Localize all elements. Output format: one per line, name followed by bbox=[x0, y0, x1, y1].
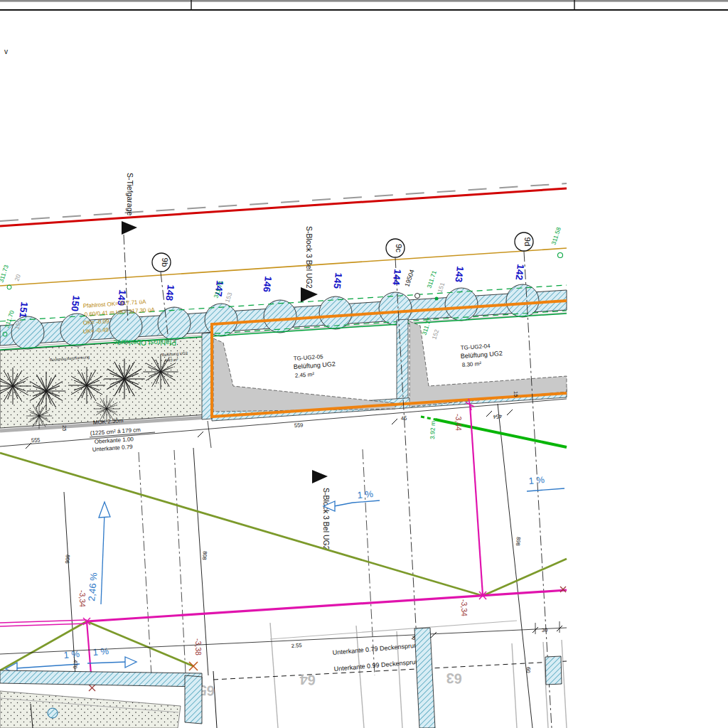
shaft1-name: Belüftung UG2 bbox=[293, 360, 336, 370]
magenta-drop-right bbox=[470, 405, 483, 595]
mok-line4: Unterkante 0.79 bbox=[92, 444, 134, 453]
wall-column-63 bbox=[414, 628, 435, 728]
point-number: 153 bbox=[223, 291, 233, 304]
section-label-block-top: S-Block 3 Bel UG2 bbox=[305, 226, 314, 289]
axis-bubble-9d-label: 9d bbox=[523, 237, 532, 247]
axis-bubble-9b-label: 9b bbox=[161, 258, 169, 267]
tree-number: 150 bbox=[69, 295, 82, 312]
left-wall bbox=[202, 333, 212, 419]
measure-line-806 bbox=[64, 492, 75, 675]
basement: 2.55 35 30 60 470 35 Unterkante 0.79 Dec… bbox=[0, 621, 567, 728]
dim-label-559: 559 bbox=[294, 422, 304, 429]
tree-circle bbox=[319, 296, 352, 329]
low-point-cross bbox=[89, 685, 95, 691]
red-boundary-line bbox=[0, 188, 567, 226]
dim-tick bbox=[26, 443, 31, 449]
basement-floor-stipple bbox=[0, 691, 181, 728]
elevation-label: 311.71 bbox=[425, 269, 437, 289]
slope-arrowhead-right bbox=[125, 657, 136, 668]
dim-label-255: 2.55 bbox=[291, 642, 302, 649]
gray-slab-line bbox=[270, 621, 517, 639]
level-label: -3,34 bbox=[460, 599, 469, 616]
dim-tick bbox=[507, 410, 513, 415]
tree-circle bbox=[264, 300, 296, 333]
magenta-main-line bbox=[87, 590, 567, 621]
olive-end-marker bbox=[189, 662, 198, 670]
basement-wall-vertical bbox=[185, 675, 202, 724]
tree-number: 146 bbox=[261, 276, 274, 294]
level-label: -3,38 bbox=[194, 638, 203, 655]
slope-label-bl-right: 1 % bbox=[92, 646, 109, 658]
tree-number: 145 bbox=[331, 272, 344, 290]
slope-shaft-left bbox=[16, 664, 80, 668]
dim-tick bbox=[392, 419, 397, 424]
slope-shaft-right bbox=[87, 662, 127, 663]
dim-label-30: 30 bbox=[542, 626, 548, 633]
axis-line-b bbox=[174, 450, 186, 673]
site-boundary bbox=[0, 183, 567, 286]
basement-wall-horizontal bbox=[0, 670, 202, 687]
orange-parcel-line bbox=[0, 248, 567, 286]
olive-line-b bbox=[87, 621, 193, 666]
tree-number: 148 bbox=[164, 284, 176, 302]
site-plan-drawing: v Bodendeckerpflanzung Belüftung UG2 4.4… bbox=[0, 0, 728, 728]
gray-grid-line bbox=[562, 640, 567, 728]
tree-circle bbox=[506, 284, 539, 317]
pfahlrost-oberkante-label: Pfahlrost Oberkante bbox=[113, 338, 176, 346]
chain-line-bottom bbox=[0, 628, 567, 654]
middle-wall bbox=[397, 319, 408, 407]
dim-label-806: 806 bbox=[64, 555, 71, 564]
point-number: 20 bbox=[13, 273, 22, 282]
level-label: -3,44 bbox=[454, 414, 463, 431]
shaft2-id: TG-UG2-04 bbox=[461, 343, 491, 351]
tree-circle bbox=[205, 304, 237, 336]
point-number: 152 bbox=[430, 328, 440, 341]
point-number: 151 bbox=[436, 282, 446, 294]
slope-underline bbox=[527, 488, 564, 491]
top-ruler: v bbox=[0, 0, 728, 55]
section-flag-tiefgarage bbox=[122, 221, 137, 235]
slope-underline bbox=[353, 500, 380, 503]
dim-label-470: 470 bbox=[72, 660, 79, 669]
magenta-double-1 bbox=[0, 620, 87, 623]
slope-arrowhead-up bbox=[99, 502, 110, 518]
elevation-label: 311.73 bbox=[0, 264, 10, 283]
elevation-label: 311.77 bbox=[420, 316, 432, 336]
deck-note-1: Unterkante 0.79 Deckensprung bbox=[332, 641, 421, 656]
ruler-gray-edge bbox=[0, 0, 728, 2]
section-flag-block-top bbox=[301, 287, 318, 302]
drain-circle bbox=[48, 708, 58, 718]
survey-marker bbox=[558, 253, 563, 258]
gray-grid-line bbox=[512, 643, 517, 728]
slope-label-up: 2,46 % bbox=[86, 572, 100, 601]
gray-parcel-line bbox=[0, 183, 567, 221]
dim-tick bbox=[198, 432, 203, 437]
cad-plan-canvas[interactable]: v Bodendeckerpflanzung Belüftung UG2 4.4… bbox=[0, 0, 728, 728]
stray-corner-mark: v bbox=[4, 48, 8, 55]
deck-note-2: Unterkante 0.99 Deckensprung bbox=[333, 658, 422, 673]
axes: 9b 9c 9d S-Tiefgarage S-Block 3 Bel UG2 … bbox=[122, 173, 552, 728]
axis-line-a bbox=[139, 452, 151, 675]
grid-number-64: 64 bbox=[299, 672, 316, 688]
shaft1-area: 2.45 m² bbox=[295, 371, 315, 379]
magenta-drop-left bbox=[87, 621, 91, 674]
tree-number: 142 bbox=[513, 264, 526, 281]
section-flag-block-mid bbox=[312, 470, 328, 483]
extension-line bbox=[208, 421, 211, 448]
slope-label-right: 1 % bbox=[528, 474, 545, 486]
survey-point-circle bbox=[415, 294, 420, 299]
level-label: -3,34 bbox=[78, 590, 87, 607]
magenta-double-2 bbox=[0, 623, 87, 626]
dim-label-25: 25 bbox=[61, 425, 68, 431]
green-utility-line bbox=[421, 417, 567, 447]
dim-tick bbox=[431, 632, 437, 638]
survey-point-id: 19504 bbox=[403, 269, 415, 288]
gray-grid-line bbox=[356, 626, 364, 728]
section-label-block-mid: S-Block 3 Bel UG2 bbox=[322, 488, 331, 550]
slope-shaft-up bbox=[101, 513, 105, 604]
grid-number-63: 63 bbox=[446, 670, 462, 687]
tree-number: 143 bbox=[453, 266, 466, 284]
shaft2-name: Belüftung UG2 bbox=[460, 350, 503, 360]
dim-label-15: 15 bbox=[513, 391, 519, 397]
elevation-label: 311.58 bbox=[550, 226, 562, 245]
